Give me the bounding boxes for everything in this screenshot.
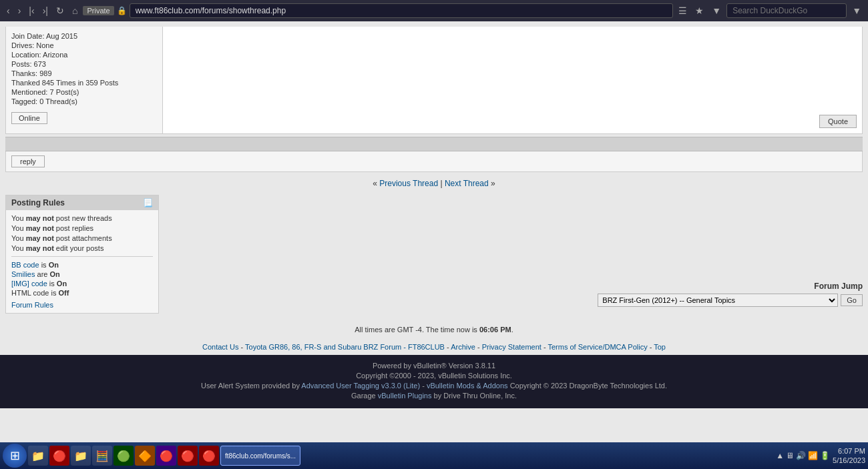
- previous-thread-link[interactable]: Previous Thread: [379, 179, 438, 188]
- refresh-button[interactable]: ↻: [53, 4, 67, 17]
- rules-divider: [11, 256, 153, 257]
- html-off: Off: [59, 289, 69, 297]
- vb-plugins-link[interactable]: vBulletin Plugins: [378, 392, 432, 400]
- copyright-row: Copyright ©2000 - 2023, vBulletin Soluti…: [7, 372, 861, 380]
- copyright-text: Copyright ©2000 - 2023, vBulletin Soluti…: [356, 372, 512, 380]
- home-button[interactable]: ⌂: [69, 4, 80, 17]
- dark-footer: Powered by vBulletin® Version 3.8.11 Cop…: [0, 355, 868, 408]
- ft86club-link[interactable]: Toyota GR86, 86, FR-S and Subaru BRZ For…: [245, 343, 445, 351]
- bbcode-on: On: [49, 261, 59, 269]
- browser-chrome: ‹ › |‹ ›| ↻ ⌂ Private 🔒 ☰ ★ ▼ ▼: [0, 0, 868, 21]
- posts: Posts: 673: [11, 60, 157, 68]
- last-button[interactable]: ›|: [40, 4, 51, 17]
- forum-jump-go-button[interactable]: Go: [841, 294, 863, 306]
- main-content: Join Date: Aug 2015 Drives: None Locatio…: [0, 21, 868, 355]
- smilies-on: On: [49, 270, 59, 278]
- img-link[interactable]: [IMG] code: [11, 280, 47, 288]
- location: Location: Arizona: [11, 51, 157, 59]
- may-not-2: may not: [26, 224, 54, 232]
- forum-jump-select[interactable]: BRZ First-Gen (2012+) -- General Topics …: [598, 294, 838, 307]
- online-status: Online: [11, 112, 47, 124]
- img-code-is: is: [49, 280, 57, 288]
- smilies-are: are: [37, 270, 50, 278]
- rule-row-2: You may not post replies: [11, 224, 153, 232]
- sep3: -: [477, 343, 482, 351]
- join-date: Join Date: Aug 2015: [11, 32, 157, 40]
- next-thread-link[interactable]: Next Thread: [445, 179, 489, 188]
- html-is: is: [51, 289, 59, 297]
- private-badge: Private: [83, 6, 114, 15]
- posting-rules-body: You may not post new threads You may not…: [6, 210, 158, 313]
- dark-sep: -: [422, 382, 427, 390]
- bbcode-status: BB code is On: [11, 261, 153, 269]
- bookmarks-button[interactable]: ☰: [676, 4, 690, 17]
- reply-button[interactable]: reply: [11, 155, 45, 167]
- gray-divider: [5, 137, 863, 151]
- smilies-link[interactable]: Smilies: [11, 270, 35, 278]
- forum-rules-link-row: Forum Rules: [11, 301, 153, 309]
- may-not-4: may not: [26, 244, 54, 252]
- bookmark-star[interactable]: ★: [692, 4, 706, 17]
- img-status: [IMG] code is On: [11, 280, 153, 288]
- thanks: Thanks: 989: [11, 69, 157, 77]
- user-alert-row: User Alert System provided by Advanced U…: [7, 382, 861, 390]
- forum-jump-label: Forum Jump: [814, 282, 863, 291]
- current-time: 06:06 PM: [479, 326, 511, 334]
- forum-jump-controls: BRZ First-Gen (2012+) -- General Topics …: [598, 294, 863, 307]
- quote-button[interactable]: Quote: [819, 115, 857, 128]
- smilies-status: Smilies are On: [11, 270, 153, 278]
- posting-rules-icon: 📃: [143, 198, 153, 207]
- bookmark-down[interactable]: ▼: [709, 4, 724, 17]
- posting-rules-box: Posting Rules 📃 You may not post new thr…: [5, 195, 159, 314]
- thanked: Thanked 845 Times in 359 Posts: [11, 79, 157, 87]
- post-content-column: Quote: [163, 27, 862, 133]
- time-row: All times are GMT -4. The time now is 06…: [5, 320, 863, 339]
- html-label: HTML code: [11, 289, 49, 297]
- mods-addons-link[interactable]: vBulletin Mods & Addons: [427, 382, 508, 390]
- forum-jump-area: Forum Jump BRZ First-Gen (2012+) -- Gene…: [598, 195, 863, 314]
- rule-row-1: You may not post new threads: [11, 214, 153, 222]
- user-alert-text: User Alert System provided by: [201, 382, 300, 390]
- top-link[interactable]: Top: [654, 343, 666, 351]
- posting-rules-header: Posting Rules 📃: [6, 195, 158, 210]
- posting-rules-section: Posting Rules 📃 You may not post new thr…: [5, 195, 863, 320]
- privacy-statement-link[interactable]: Privacy Statement: [482, 343, 541, 351]
- address-bar[interactable]: [130, 3, 674, 18]
- powered-by-text: Powered by vBulletin® Version 3.8.11: [373, 362, 495, 370]
- powered-by-row: Powered by vBulletin® Version 3.8.11: [7, 362, 861, 370]
- archive-link[interactable]: Archive: [451, 343, 475, 351]
- thread-navigation: « Previous Thread | Next Thread »: [5, 172, 863, 195]
- may-not-3: may not: [26, 234, 54, 242]
- quote-btn-area: Quote: [819, 115, 857, 128]
- forum-rules-link[interactable]: Forum Rules: [11, 301, 53, 309]
- user-info-column: Join Date: Aug 2015 Drives: None Locatio…: [6, 27, 163, 133]
- footer-links: Contact Us - Toyota GR86, 86, FR-S and S…: [5, 339, 863, 355]
- page-wrapper: Join Date: Aug 2015 Drives: None Locatio…: [0, 21, 868, 408]
- contact-us-link[interactable]: Contact Us: [202, 343, 238, 351]
- reply-row: reply: [5, 151, 863, 172]
- rule-row-4: You may not edit your posts: [11, 244, 153, 252]
- html-status: HTML code is Off: [11, 289, 153, 297]
- search-arrow[interactable]: ▼: [849, 4, 864, 17]
- terms-link[interactable]: Terms of Service/DMCA Policy: [548, 343, 648, 351]
- garage-row: Garage vBulletin Plugins by Drive Thru O…: [7, 392, 861, 400]
- post-area: Join Date: Aug 2015 Drives: None Locatio…: [5, 27, 863, 134]
- mentioned: Mentioned: 7 Post(s): [11, 88, 157, 96]
- forward-button[interactable]: ›: [15, 4, 24, 17]
- posting-rules-title: Posting Rules: [11, 198, 65, 207]
- rule-row-3: You may not post attachments: [11, 234, 153, 242]
- advanced-tagging-link[interactable]: Advanced User Tagging v3.3.0 (Lite): [301, 382, 420, 390]
- dragonbyte-copyright: Copyright © 2023 DragonByte Technologies…: [510, 382, 667, 390]
- search-input[interactable]: [726, 3, 847, 18]
- garage-label: Garage: [351, 392, 376, 400]
- img-on: On: [57, 280, 67, 288]
- first-button[interactable]: |‹: [26, 4, 37, 17]
- lock-icon: 🔒: [117, 6, 127, 15]
- drive-thru-by: by Drive Thru Online, Inc.: [434, 392, 517, 400]
- thread-nav-suffix: »: [491, 179, 495, 188]
- tagged: Tagged: 0 Thread(s): [11, 97, 157, 105]
- back-button[interactable]: ‹: [4, 4, 13, 17]
- drives: Drives: None: [11, 41, 157, 49]
- may-not-1: may not: [26, 214, 54, 222]
- bbcode-link[interactable]: BB code: [11, 261, 39, 269]
